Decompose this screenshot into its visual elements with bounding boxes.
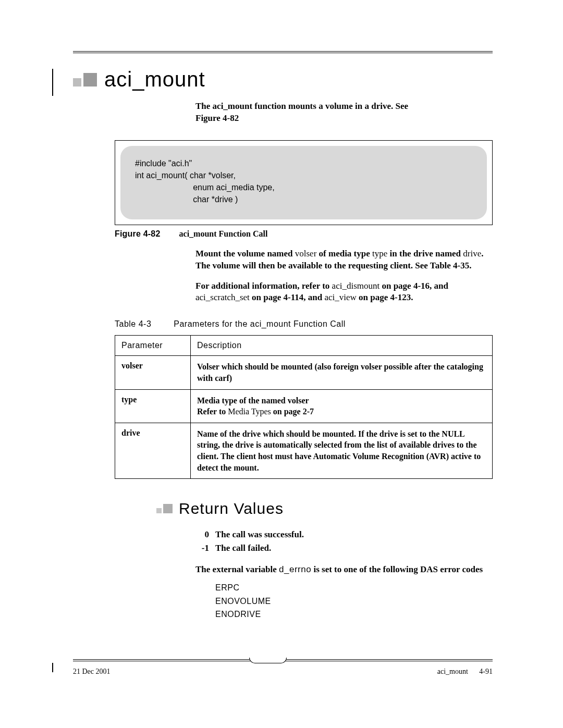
figure-caption: Figure 4-82 aci_mount Function Call: [115, 229, 493, 239]
return-value-item: 0 The call was successful.: [195, 528, 493, 541]
heading-row: aci_mount: [73, 68, 493, 91]
footer-rule: [73, 659, 493, 664]
return-value-item: -1 The call failed.: [195, 541, 493, 555]
code-listing: #include "aci.h" int aci_mount( char *vo…: [120, 146, 487, 219]
errno-intro: The external variable d_errno is set to …: [195, 564, 493, 576]
error-code: ENODRIVE: [215, 608, 493, 621]
subheading-bullet-icon: [156, 504, 173, 513]
see-also: For additional information, refer to aci…: [195, 280, 493, 304]
text: Media type of the named volser: [197, 396, 309, 405]
parameters-table: Parameter Description volser Volser whic…: [115, 335, 493, 479]
return-code: -1: [195, 541, 209, 555]
text: For additional information, refer to: [195, 281, 332, 291]
table-row: volser Volser which should be mounted (a…: [115, 356, 493, 389]
table-row: drive Name of the drive which should be …: [115, 423, 493, 478]
mount-description: Mount the volume named volser of media t…: [195, 248, 493, 272]
error-code-list: ERPC ENOVOLUME ENODRIVE: [215, 581, 493, 621]
page-number: 4-91: [479, 668, 493, 675]
page: aci_mount The aci_mount function mounts …: [0, 0, 563, 728]
xref: Media Types: [228, 407, 271, 416]
text: Mount the volume named: [195, 249, 295, 258]
xref: aci_dismount: [332, 281, 380, 291]
table-row: type Media type of the named volser Refe…: [115, 389, 493, 423]
text: of media type: [316, 249, 372, 258]
table-title-text: Parameters for the aci_mount Function Ca…: [174, 319, 346, 328]
col-parameter: Parameter: [115, 336, 191, 356]
error-code: ENOVOLUME: [215, 595, 493, 608]
return-text: The call failed.: [215, 543, 271, 553]
text: is set to one of the following DAS error…: [311, 564, 483, 574]
text: on page 4-114, and: [250, 292, 325, 302]
param-desc: Volser which should be mounted (also for…: [191, 356, 493, 389]
text: on page 2-7: [271, 407, 314, 416]
revision-bar-top: [52, 69, 53, 96]
code-line: enum aci_media type,: [135, 183, 275, 192]
param-name: drive: [115, 423, 191, 478]
figure-label: Figure 4-82: [115, 229, 161, 238]
page-footer: 21 Dec 2001 aci_mount 4-91: [73, 659, 493, 676]
top-rule: [73, 51, 493, 53]
param-name: volser: [115, 356, 191, 389]
code-line: int aci_mount( char *volser,: [135, 171, 236, 180]
page-title: aci_mount: [104, 68, 205, 91]
xref: aci_view: [324, 292, 356, 302]
return-value-list: 0 The call was successful. -1 The call f…: [195, 528, 493, 554]
param-desc: Name of the drive which should be mounte…: [191, 423, 493, 478]
param-ref: volser: [295, 249, 317, 258]
xref: aci_scratch_set: [195, 292, 250, 302]
error-code: ERPC: [215, 581, 493, 595]
param-desc: Media type of the named volser Refer to …: [191, 389, 493, 423]
param-ref: drive: [463, 249, 481, 258]
content-area: aci_mount The aci_mount function mounts …: [73, 68, 493, 621]
code-line: char *drive ): [135, 195, 238, 204]
heading-bullet-icon: [73, 73, 97, 87]
subheading-row: Return Values: [156, 500, 493, 517]
table-label: Table 4-3: [115, 319, 151, 328]
code-figure-frame: #include "aci.h" int aci_mount( char *vo…: [115, 140, 493, 225]
intro-line2: Figure 4-82: [195, 113, 239, 123]
running-title: aci_mount: [437, 668, 468, 675]
description-block: Mount the volume named volser of media t…: [195, 248, 493, 304]
return-text: The call was successful.: [215, 529, 304, 539]
return-code: 0: [195, 528, 209, 541]
table-caption: Table 4-3 Parameters for the aci_mount F…: [115, 319, 493, 329]
intro-text: The aci_mount function mounts a volume i…: [195, 101, 493, 125]
text: on page 4-123.: [357, 292, 413, 302]
col-description: Description: [191, 336, 493, 356]
revision-bar-bottom: [52, 663, 53, 672]
text: Refer to: [197, 407, 228, 416]
footer-line: 21 Dec 2001 aci_mount 4-91: [73, 668, 493, 676]
intro-block: The aci_mount function mounts a volume i…: [195, 101, 493, 125]
footer-date: 21 Dec 2001: [73, 668, 111, 676]
text: The external variable: [195, 564, 279, 574]
param-ref: type: [372, 249, 387, 258]
return-values-block: 0 The call was successful. -1 The call f…: [195, 528, 493, 621]
text: in the drive named: [387, 249, 463, 258]
param-name: type: [115, 389, 191, 423]
footer-running: aci_mount 4-91: [437, 668, 493, 676]
variable-name: d_errno: [279, 564, 311, 574]
text: on page 4-16, and: [380, 281, 448, 291]
intro-line1: The aci_mount function mounts a volume i…: [195, 101, 408, 111]
code-line: #include "aci.h": [135, 159, 192, 168]
figure-title: aci_mount Function Call: [179, 229, 268, 238]
return-values-heading: Return Values: [179, 500, 284, 517]
table-header-row: Parameter Description: [115, 336, 493, 356]
